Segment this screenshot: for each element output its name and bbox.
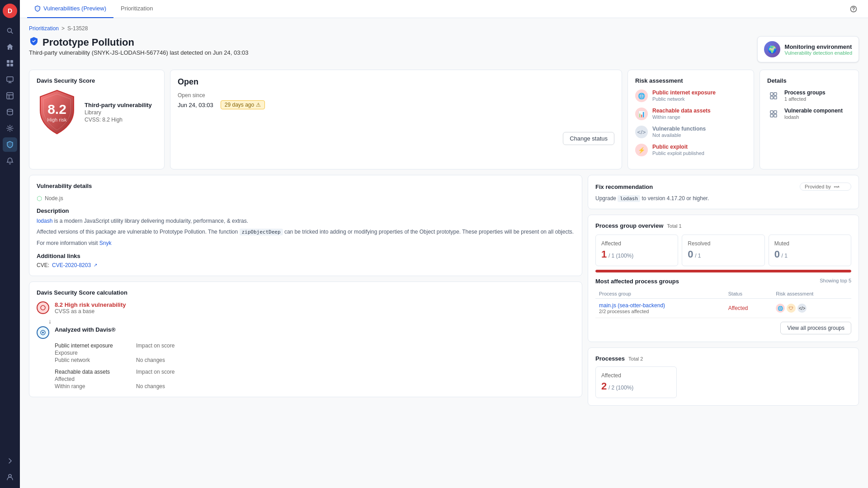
monitoring-badge: 🌍 Monitoring environment Vulnerability d… [757, 36, 859, 62]
calc-data-label: Affected [55, 376, 136, 382]
env-name: Monitoring environment [785, 43, 852, 50]
cve-label: CVE: [37, 262, 49, 268]
risk-functions-name: Vulnerable functions [652, 126, 706, 132]
processes-affected-text: 2/2 processes affected [599, 309, 721, 314]
processes-affected-stat-detail: / 2 (100%) [609, 385, 633, 391]
breadcrumb-parent-link[interactable]: Prioritization [29, 25, 59, 32]
risk-exploit-icon: ⚡ [635, 144, 648, 156]
svg-rect-2 [7, 60, 9, 63]
risk-code-small-icon: </> [797, 304, 807, 313]
view-all-process-groups-button[interactable]: View all process groups [780, 322, 851, 334]
sidebar-icon-monitor[interactable] [3, 72, 17, 87]
cve-link[interactable]: CVE-2020-8203 [52, 262, 91, 268]
svg-rect-20 [774, 111, 777, 113]
vulnerable-component-value: lodash [784, 114, 843, 120]
right-column: Fix recommendation Provided by snyk Upgr… [588, 175, 859, 406]
risk-icons: 🌐 🛡 </> [776, 304, 848, 313]
calc-exposure-blank [136, 350, 575, 356]
fix-recommendation-card: Fix recommendation Provided by snyk Upgr… [588, 175, 859, 209]
vulnerable-component-label: Vulnerable component [784, 108, 843, 114]
svg-rect-15 [770, 93, 773, 95]
breadcrumb: Prioritization > S-13528 [29, 25, 859, 32]
score-details: Third-party vulnerability Library CVSS: … [85, 102, 152, 123]
svg-line-1 [11, 32, 13, 34]
fix-package: lodash [618, 195, 640, 202]
shield-score: 8.2 High risk [37, 89, 77, 135]
risk-level-label: High risk [47, 117, 67, 122]
env-text: Monitoring environment Vulnerability det… [785, 43, 852, 56]
stat-affected: Affected 1 / 1 (100%) [595, 235, 678, 266]
snyk-link[interactable]: Snyk [99, 240, 112, 246]
calc-step2-content: Analyzed with Davis® [55, 326, 575, 333]
process-overview-header: Process group overview Total 1 [595, 222, 851, 229]
env-status: Vulnerability detection enabled [785, 50, 852, 56]
tab-prioritization-label: Prioritization [121, 5, 153, 12]
process-groups-value: 1 affected [784, 96, 826, 102]
risk-shield-small-icon: 🛡 [787, 304, 796, 313]
svg-point-14 [853, 10, 854, 11]
risk-assessment-title: Risk assessment [635, 77, 746, 84]
spacer2 [136, 364, 575, 368]
details-card: Details Process groups 1 affected [760, 70, 859, 169]
svg-rect-6 [7, 77, 13, 81]
process-groups-label: Process groups [784, 89, 826, 96]
risk-internet-desc: Public network [652, 96, 716, 102]
risk-functions: </> Vulnerable functions Not available [635, 126, 746, 138]
svg-rect-9 [7, 93, 13, 99]
tab-prioritization[interactable]: Prioritization [113, 0, 160, 18]
sidebar-logo[interactable]: D [3, 4, 17, 18]
sidebar-icon-apps[interactable] [3, 89, 17, 103]
process-group-overview-card: Process group overview Total 1 Affected … [588, 215, 859, 342]
stat-muted-value-row: 0 / 1 [774, 249, 845, 260]
sidebar-icon-bell[interactable] [3, 154, 17, 168]
fix-text: Upgrade lodash to version 4.17.20 or hig… [595, 195, 851, 202]
open-since-row: Jun 24, 03:03 29 days ago ⚠ [178, 100, 614, 109]
stat-resolved-value-row: 0 / 1 [688, 249, 759, 260]
showing-badge: Showing top 5 [820, 278, 851, 285]
sidebar-icon-expand[interactable] [3, 454, 17, 468]
open-since-label: Open since [178, 92, 614, 99]
calc-davis-icon [37, 326, 49, 339]
svg-rect-18 [774, 96, 777, 99]
content-area: Prioritization > S-13528 Prototype Pollu… [20, 18, 868, 488]
calc-arrow1: ↓ [43, 318, 575, 324]
sidebar-icon-home[interactable] [3, 40, 17, 54]
calc-data-header: Reachable data assets [55, 369, 136, 375]
sidebar-icon-search[interactable] [3, 23, 17, 38]
page-header: Prototype Pollution Third-party vulnerab… [29, 36, 859, 62]
help-icon[interactable] [846, 2, 861, 16]
table-header: Most affected process groups Showing top… [595, 278, 851, 285]
lodash-link[interactable]: lodash [37, 218, 52, 224]
sidebar-icon-user[interactable] [3, 470, 17, 484]
external-link-icon: ↗ [94, 263, 97, 267]
most-affected-title: Most affected process groups [595, 278, 679, 285]
vuln-details-title: Vulnerability details [37, 183, 575, 189]
row-risk: 🌐 🛡 </> [772, 299, 851, 318]
risk-data: 📊 Reachable data assets Within range [635, 108, 746, 120]
page-subtitle: Third-party vulnerability (SNYK-JS-LODAS… [29, 49, 249, 56]
svg-rect-22 [774, 114, 777, 117]
detail-process-groups: Process groups 1 affected [767, 89, 851, 102]
calc-data-value: Within range [55, 383, 136, 389]
risk-exploit-text: Public exploit Public exploit published [652, 144, 704, 156]
stat-muted-label: Muted [774, 240, 845, 247]
sidebar-icon-security[interactable] [3, 137, 17, 152]
page-title-area: Prototype Pollution Third-party vulnerab… [29, 36, 249, 56]
sidebar: D [0, 0, 20, 488]
sidebar-icon-db[interactable] [3, 105, 17, 119]
davis-score-title: Davis Security Score [37, 77, 157, 84]
process-name-link[interactable]: main.js (sea-otter-backend) [599, 302, 665, 309]
change-status-button[interactable]: Change status [563, 132, 614, 145]
sidebar-icon-gear[interactable] [3, 121, 17, 136]
tab-vulnerabilities[interactable]: Vulnerabilities (Preview) [27, 0, 113, 18]
score-content: 8.2 High risk Third-party vulnerability … [37, 89, 157, 135]
open-status: Open [178, 77, 614, 87]
processes-card: Processes Total 2 Affected 2 / 2 (100%) [588, 347, 859, 406]
provided-by-label: Provided by [805, 184, 831, 189]
sidebar-icon-grid[interactable] [3, 56, 17, 70]
svg-point-25 [42, 332, 44, 333]
more-info-text: For more information visit Snyk [37, 239, 575, 247]
total-badge: Total 1 [667, 223, 681, 229]
svg-rect-21 [770, 114, 773, 117]
additional-links-section: Additional links CVE: CVE-2020-8203 ↗ [37, 253, 575, 268]
